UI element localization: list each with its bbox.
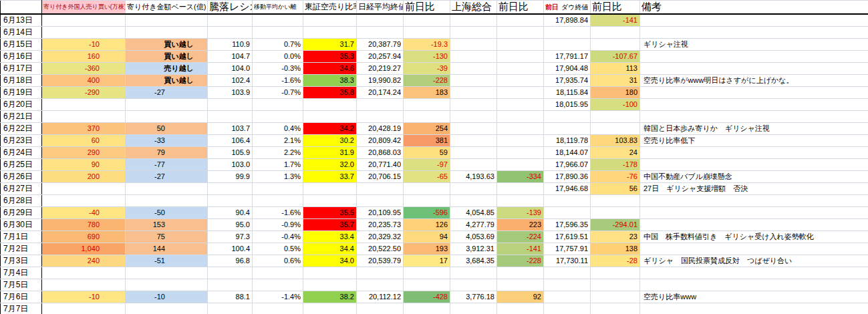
cell-dow[interactable]: 17,904.48 bbox=[544, 63, 591, 75]
cell-amount[interactable] bbox=[126, 14, 208, 27]
cell-nikkei[interactable]: 20,219.27 bbox=[357, 63, 404, 75]
cell-remark[interactable] bbox=[640, 207, 868, 219]
cell-foreign[interactable] bbox=[42, 267, 126, 279]
cell-short[interactable] bbox=[303, 267, 357, 279]
cell-shanghai_chg[interactable] bbox=[497, 267, 544, 279]
cell-shanghai_chg[interactable] bbox=[497, 111, 544, 123]
cell-shanghai_chg[interactable] bbox=[497, 39, 544, 51]
cell-remark[interactable] bbox=[640, 27, 868, 39]
cell-date[interactable]: 6月22日 bbox=[1, 123, 42, 135]
cell-shanghai_chg[interactable] bbox=[497, 99, 544, 111]
cell-date[interactable]: 7月3日 bbox=[1, 255, 42, 267]
cell-foreign[interactable]: 690 bbox=[42, 231, 126, 243]
cell-amount[interactable]: 79 bbox=[126, 147, 208, 159]
cell-foreign[interactable]: 400 bbox=[42, 75, 126, 87]
cell-dow[interactable]: 17,596.35 bbox=[544, 219, 591, 231]
cell-date[interactable]: 6月13日 bbox=[1, 14, 42, 27]
cell-shanghai_chg[interactable]: -228 bbox=[497, 255, 544, 267]
cell-amount[interactable]: -27 bbox=[126, 87, 208, 99]
cell-remark[interactable] bbox=[640, 279, 868, 291]
cell-nikkei_chg[interactable] bbox=[404, 183, 450, 195]
cell-shanghai_chg[interactable] bbox=[497, 123, 544, 135]
cell-short[interactable]: 30.2 bbox=[303, 135, 357, 147]
header-foreign-trades[interactable]: 寄り付き外国人売り買い(万株) bbox=[42, 1, 126, 15]
cell-amount[interactable] bbox=[126, 267, 208, 279]
cell-nikkei_chg[interactable]: -228 bbox=[404, 75, 450, 87]
cell-dow[interactable] bbox=[544, 279, 591, 291]
cell-shanghai_chg[interactable]: -141 bbox=[497, 243, 544, 255]
cell-short[interactable]: 32.0 bbox=[303, 159, 357, 171]
cell-nikkei_chg[interactable]: 94 bbox=[404, 231, 450, 243]
cell-date[interactable]: 6月17日 bbox=[1, 63, 42, 75]
cell-date[interactable]: 7月6日 bbox=[1, 291, 42, 303]
cell-shanghai[interactable] bbox=[450, 267, 497, 279]
cell-shanghai[interactable] bbox=[450, 183, 497, 195]
cell-ratio[interactable] bbox=[208, 195, 253, 207]
cell-remark[interactable] bbox=[640, 159, 868, 171]
cell-shanghai[interactable] bbox=[450, 279, 497, 291]
header-dow-close[interactable]: 前日ダウ終値 bbox=[544, 1, 591, 15]
cell-nikkei[interactable]: 20,109.95 bbox=[357, 207, 404, 219]
cell-remark[interactable]: 韓国と日本歩み寄りか ギリシャ注視 bbox=[640, 123, 868, 135]
cell-short[interactable]: 31.9 bbox=[303, 147, 357, 159]
cell-foreign[interactable]: -10 bbox=[42, 291, 126, 303]
cell-short[interactable]: 34.4 bbox=[303, 243, 357, 255]
cell-ma[interactable] bbox=[253, 195, 303, 207]
cell-foreign[interactable]: 60 bbox=[42, 135, 126, 147]
cell-dow[interactable]: 17,730.11 bbox=[544, 255, 591, 267]
cell-ma[interactable] bbox=[253, 27, 303, 39]
cell-short[interactable] bbox=[303, 14, 357, 27]
cell-amount[interactable]: 153 bbox=[126, 219, 208, 231]
cell-ratio[interactable]: 104.0 bbox=[208, 63, 253, 75]
cell-nikkei[interactable] bbox=[357, 111, 404, 123]
cell-ma[interactable]: 0.6% bbox=[253, 255, 303, 267]
cell-date[interactable]: 6月15日 bbox=[1, 39, 42, 51]
cell-nikkei_chg[interactable]: 59 bbox=[404, 147, 450, 159]
cell-short[interactable]: 35.5 bbox=[303, 207, 357, 219]
cell-dow_chg[interactable]: 56 bbox=[591, 183, 640, 195]
cell-dow_chg[interactable] bbox=[591, 27, 640, 39]
cell-date[interactable]: 6月29日 bbox=[1, 207, 42, 219]
cell-nikkei_chg[interactable]: -65 bbox=[404, 171, 450, 183]
cell-remark[interactable] bbox=[640, 99, 868, 111]
cell-shanghai_chg[interactable] bbox=[497, 51, 544, 63]
cell-dow_chg[interactable]: 23 bbox=[591, 231, 640, 243]
cell-foreign[interactable]: 200 bbox=[42, 171, 126, 183]
cell-ratio[interactable] bbox=[208, 111, 253, 123]
cell-ratio[interactable]: 103.0 bbox=[208, 159, 253, 171]
cell-date[interactable]: 7月2日 bbox=[1, 243, 42, 255]
cell-amount[interactable]: 144 bbox=[126, 243, 208, 255]
cell-dow_chg[interactable]: 113 bbox=[591, 63, 640, 75]
cell-nikkei_chg[interactable] bbox=[404, 195, 450, 207]
cell-shanghai[interactable] bbox=[450, 147, 497, 159]
cell-remark[interactable]: 空売り比率がwww明日はさすがに上げかな。 bbox=[640, 75, 868, 87]
cell-shanghai_chg[interactable] bbox=[497, 75, 544, 87]
cell-nikkei[interactable]: 20,706.15 bbox=[357, 171, 404, 183]
cell-dow[interactable]: 17,757.91 bbox=[544, 243, 591, 255]
cell-ratio[interactable]: 97.3 bbox=[208, 231, 253, 243]
cell-dow[interactable]: 17,966.07 bbox=[544, 159, 591, 171]
cell-short[interactable] bbox=[303, 195, 357, 207]
cell-date[interactable]: 6月30日 bbox=[1, 219, 42, 231]
cell-short[interactable]: 35.7 bbox=[303, 219, 357, 231]
cell-remark[interactable] bbox=[640, 14, 868, 27]
cell-nikkei[interactable] bbox=[357, 279, 404, 291]
cell-dow[interactable] bbox=[544, 303, 591, 314]
cell-ma[interactable]: -1.4% bbox=[253, 291, 303, 303]
cell-dow_chg[interactable]: -294.01 bbox=[591, 219, 640, 231]
cell-ratio[interactable]: 96.8 bbox=[208, 255, 253, 267]
header-nikkei-close[interactable]: 日経平均終値 bbox=[357, 1, 404, 15]
cell-amount[interactable] bbox=[126, 303, 208, 314]
header-corner[interactable] bbox=[1, 1, 42, 15]
cell-shanghai[interactable] bbox=[450, 75, 497, 87]
cell-nikkei_chg[interactable]: -596 bbox=[404, 207, 450, 219]
cell-dow_chg[interactable]: -28 bbox=[591, 255, 640, 267]
cell-dow_chg[interactable] bbox=[591, 291, 640, 303]
cell-ma[interactable] bbox=[253, 111, 303, 123]
cell-amount[interactable]: 50 bbox=[126, 123, 208, 135]
cell-dow[interactable]: 18,015.95 bbox=[544, 99, 591, 111]
cell-short[interactable]: 35.8 bbox=[303, 87, 357, 99]
cell-date[interactable]: 6月26日 bbox=[1, 171, 42, 183]
cell-amount[interactable]: 75 bbox=[126, 231, 208, 243]
cell-short[interactable] bbox=[303, 303, 357, 314]
